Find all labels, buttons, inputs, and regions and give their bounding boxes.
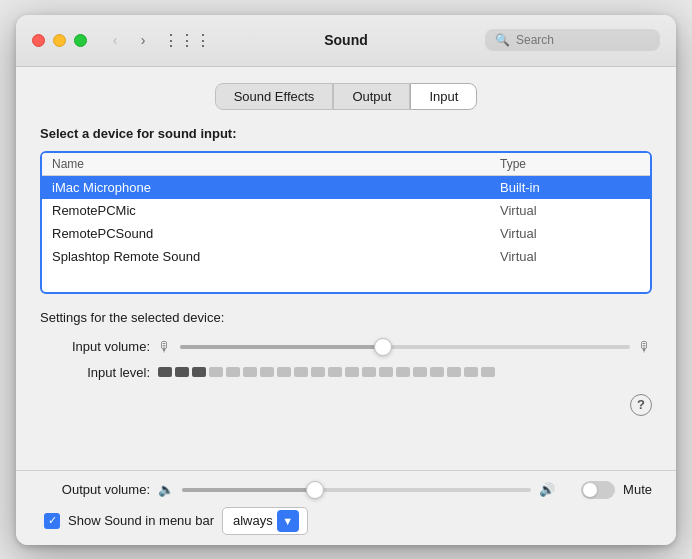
slider-fill <box>180 345 383 349</box>
row-name: RemotePCSound <box>52 226 500 241</box>
input-volume-slider-track[interactable] <box>180 345 630 349</box>
output-volume-label: Output volume: <box>40 482 150 497</box>
table-row[interactable]: Splashtop Remote Sound Virtual <box>42 245 650 268</box>
close-button[interactable] <box>32 34 45 47</box>
volume-high-icon: 🔊 <box>539 482 555 497</box>
table-spacer <box>42 268 650 292</box>
row-name: RemotePCMic <box>52 203 500 218</box>
output-volume-slider-track[interactable] <box>182 488 531 492</box>
always-label: always <box>233 513 273 528</box>
slider-thumb[interactable] <box>374 338 392 356</box>
forward-button[interactable]: › <box>131 30 155 50</box>
input-level-row: Input level: <box>40 365 652 380</box>
minimize-button[interactable] <box>53 34 66 47</box>
output-volume-row: Output volume: 🔈 🔊 Mute <box>40 481 652 499</box>
level-seg <box>158 367 172 377</box>
level-seg <box>379 367 393 377</box>
maximize-button[interactable] <box>74 34 87 47</box>
row-name: iMac Microphone <box>52 180 500 195</box>
input-level-bars <box>158 367 495 377</box>
level-seg <box>260 367 274 377</box>
tab-output[interactable]: Output <box>333 83 410 110</box>
level-seg <box>226 367 240 377</box>
level-seg <box>481 367 495 377</box>
search-icon: 🔍 <box>495 33 510 47</box>
table-header: Name Type <box>42 153 650 176</box>
nav-buttons: ‹ › <box>103 30 155 50</box>
level-seg <box>277 367 291 377</box>
level-seg <box>413 367 427 377</box>
tab-input[interactable]: Input <box>410 83 477 110</box>
slider-fill <box>182 488 315 492</box>
row-type: Virtual <box>500 249 640 264</box>
content: Sound Effects Output Input Select a devi… <box>16 67 676 470</box>
level-seg <box>447 367 461 377</box>
level-seg <box>192 367 206 377</box>
slider-thumb[interactable] <box>306 481 324 499</box>
level-seg <box>362 367 376 377</box>
search-input[interactable] <box>516 33 650 47</box>
level-seg <box>209 367 223 377</box>
help-row: ? <box>40 394 652 416</box>
window-title: Sound <box>324 32 368 48</box>
level-seg <box>430 367 444 377</box>
level-seg <box>175 367 189 377</box>
always-dropdown[interactable]: always ▼ <box>222 507 308 535</box>
table-row[interactable]: RemotePCMic Virtual <box>42 199 650 222</box>
mic-high-icon: 🎙 <box>638 339 652 355</box>
bottom-bar: Output volume: 🔈 🔊 Mute ✓ Show Sound in … <box>16 470 676 545</box>
window: ‹ › ⋮⋮⋮ Sound 🔍 Sound Effects Output Inp… <box>16 15 676 545</box>
tab-sound-effects[interactable]: Sound Effects <box>215 83 334 110</box>
level-seg <box>396 367 410 377</box>
input-level-label: Input level: <box>40 365 150 380</box>
menubar-row: ✓ Show Sound in menu bar always ▼ <box>40 507 652 535</box>
table-row[interactable]: iMac Microphone Built-in <box>42 176 650 199</box>
help-button[interactable]: ? <box>630 394 652 416</box>
search-box[interactable]: 🔍 <box>485 29 660 51</box>
row-type: Built-in <box>500 180 640 195</box>
show-sound-checkbox[interactable]: ✓ <box>44 513 60 529</box>
back-button[interactable]: ‹ <box>103 30 127 50</box>
table-row[interactable]: RemotePCSound Virtual <box>42 222 650 245</box>
mute-label: Mute <box>623 482 652 497</box>
title-bar: ‹ › ⋮⋮⋮ Sound 🔍 <box>16 15 676 67</box>
level-seg <box>294 367 308 377</box>
volume-low-icon: 🔈 <box>158 482 174 497</box>
show-sound-label: Show Sound in menu bar <box>68 513 214 528</box>
grid-icon[interactable]: ⋮⋮⋮ <box>163 31 211 50</box>
output-volume-slider-section <box>182 488 531 492</box>
row-type: Virtual <box>500 203 640 218</box>
tab-bar: Sound Effects Output Input <box>40 83 652 110</box>
input-volume-row: Input volume: 🎙 🎙 <box>40 339 652 355</box>
mute-toggle[interactable] <box>581 481 615 499</box>
level-seg <box>243 367 257 377</box>
traffic-lights <box>32 34 87 47</box>
level-seg <box>345 367 359 377</box>
level-seg <box>464 367 478 377</box>
col-name-header: Name <box>52 157 500 171</box>
mic-low-icon: 🎙 <box>158 339 172 355</box>
level-seg <box>311 367 325 377</box>
section-label: Select a device for sound input: <box>40 126 652 141</box>
settings-label: Settings for the selected device: <box>40 310 652 325</box>
mute-toggle-thumb <box>583 483 597 497</box>
col-type-header: Type <box>500 157 640 171</box>
row-name: Splashtop Remote Sound <box>52 249 500 264</box>
device-table: Name Type iMac Microphone Built-in Remot… <box>40 151 652 294</box>
dropdown-arrow-icon: ▼ <box>277 510 299 532</box>
input-volume-label: Input volume: <box>40 339 150 354</box>
row-type: Virtual <box>500 226 640 241</box>
level-seg <box>328 367 342 377</box>
